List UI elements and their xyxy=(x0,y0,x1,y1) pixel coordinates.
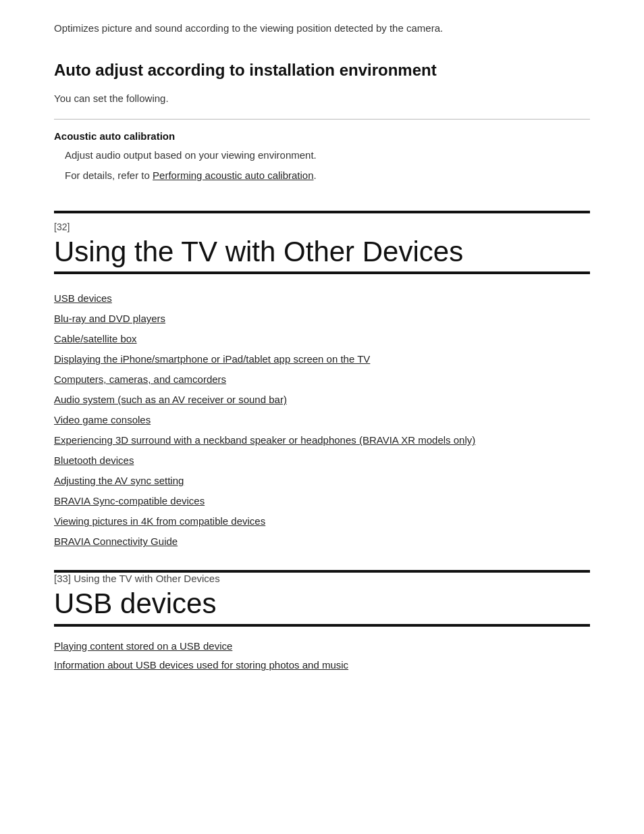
ref-prefix: For details, refer to xyxy=(65,170,153,181)
list-item: USB devices xyxy=(54,290,590,307)
chapter33-breadcrumb: [33] Using the TV with Other Devices xyxy=(54,573,590,584)
list-item: Playing content stored on a USB device xyxy=(54,639,590,654)
acoustic-calibration-title: Acoustic auto calibration xyxy=(54,130,590,142)
chapter32-toc-list: USB devices Blu-ray and DVD players Cabl… xyxy=(54,290,590,550)
list-item: Cable/satellite box xyxy=(54,331,590,347)
list-item: Bluetooth devices xyxy=(54,452,590,469)
list-item: Experiencing 3D surround with a neckband… xyxy=(54,432,590,448)
acoustic-calibration-link[interactable]: Performing acoustic auto calibration xyxy=(153,170,313,181)
list-item: Information about USB devices used for s… xyxy=(54,658,590,673)
toc-link-3d-surround[interactable]: Experiencing 3D surround with a neckband… xyxy=(54,434,475,446)
toc-link-bluetooth[interactable]: Bluetooth devices xyxy=(54,454,134,466)
toc-link-videogame[interactable]: Video game consoles xyxy=(54,414,151,425)
toc-link-iphone[interactable]: Displaying the iPhone/smartphone or iPad… xyxy=(54,353,370,365)
usb-link-info[interactable]: Information about USB devices used for s… xyxy=(54,659,348,671)
toc-link-bluray[interactable]: Blu-ray and DVD players xyxy=(54,313,165,324)
toc-link-cable[interactable]: Cable/satellite box xyxy=(54,333,137,344)
list-item: BRAVIA Sync-compatible devices xyxy=(54,493,590,509)
toc-link-av-sync[interactable]: Adjusting the AV sync setting xyxy=(54,475,184,486)
toc-link-bravia-sync[interactable]: BRAVIA Sync-compatible devices xyxy=(54,495,205,506)
you-can-set-text: You can set the following. xyxy=(54,90,590,107)
usb-link-playing[interactable]: Playing content stored on a USB device xyxy=(54,640,232,652)
ref-suffix: . xyxy=(314,170,317,181)
list-item: Viewing pictures in 4K from compatible d… xyxy=(54,513,590,529)
list-item: Adjusting the AV sync setting xyxy=(54,473,590,489)
chapter32-title: Using the TV with Other Devices xyxy=(54,235,590,269)
page-container: Optimizes picture and sound according to… xyxy=(0,0,644,714)
toc-link-audio[interactable]: Audio system (such as an AV receiver or … xyxy=(54,394,287,405)
chapter33-title: USB devices xyxy=(54,587,590,621)
list-item: Computers, cameras, and camcorders xyxy=(54,371,590,388)
list-item: Video game consoles xyxy=(54,412,590,428)
toc-link-bravia-connectivity[interactable]: BRAVIA Connectivity Guide xyxy=(54,536,178,547)
chapter32-divider-top xyxy=(54,211,590,213)
toc-link-4k[interactable]: Viewing pictures in 4K from compatible d… xyxy=(54,515,265,527)
list-item: Audio system (such as an AV receiver or … xyxy=(54,392,590,408)
chapter33-divider-bottom xyxy=(54,624,590,627)
intro-text: Optimizes picture and sound according to… xyxy=(54,20,590,36)
chapter32-number: [32] xyxy=(54,221,590,232)
toc-link-computers[interactable]: Computers, cameras, and camcorders xyxy=(54,373,226,385)
acoustic-calibration-text: Adjust audio output based on your viewin… xyxy=(65,147,590,163)
list-item: Displaying the iPhone/smartphone or iPad… xyxy=(54,351,590,367)
thin-divider xyxy=(54,119,590,120)
list-item: BRAVIA Connectivity Guide xyxy=(54,533,590,550)
chapter32-divider-bottom xyxy=(54,271,590,274)
acoustic-calibration-ref: For details, refer to Performing acousti… xyxy=(65,167,590,184)
toc-link-usb[interactable]: USB devices xyxy=(54,292,112,304)
chapter33-links-list: Playing content stored on a USB device I… xyxy=(54,639,590,673)
section1-title: Auto adjust according to installation en… xyxy=(54,61,590,80)
list-item: Blu-ray and DVD players xyxy=(54,311,590,327)
